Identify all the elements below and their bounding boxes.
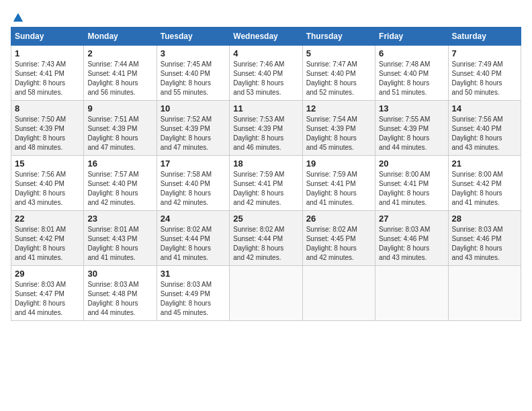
day-number: 13	[379, 103, 444, 113]
day-number: 27	[379, 214, 444, 224]
day-number: 30	[87, 269, 152, 279]
calendar-cell: 29Sunrise: 8:03 AMSunset: 4:47 PMDayligh…	[11, 266, 84, 321]
day-info: Sunrise: 7:48 AMSunset: 4:40 PMDaylight:…	[379, 60, 444, 97]
calendar-header-friday: Friday	[375, 28, 448, 46]
calendar-cell: 5Sunrise: 7:47 AMSunset: 4:40 PMDaylight…	[302, 46, 375, 101]
day-info: Sunrise: 7:56 AMSunset: 4:40 PMDaylight:…	[452, 115, 517, 152]
day-info: Sunrise: 8:02 AMSunset: 4:44 PMDaylight:…	[233, 225, 298, 263]
day-info: Sunrise: 8:03 AMSunset: 4:48 PMDaylight:…	[87, 280, 152, 318]
day-info: Sunrise: 7:43 AMSunset: 4:41 PMDaylight:…	[15, 60, 80, 97]
day-info: Sunrise: 8:02 AMSunset: 4:45 PMDaylight:…	[306, 225, 371, 263]
day-number: 4	[233, 48, 298, 58]
day-number: 24	[161, 214, 226, 224]
calendar-cell: 13Sunrise: 7:55 AMSunset: 4:39 PMDayligh…	[375, 101, 448, 156]
calendar-cell: 14Sunrise: 7:56 AMSunset: 4:40 PMDayligh…	[448, 101, 521, 156]
day-number: 14	[452, 103, 517, 113]
day-number: 31	[161, 269, 226, 279]
calendar-header-row: SundayMondayTuesdayWednesdayThursdayFrid…	[11, 28, 521, 46]
day-number: 26	[306, 214, 371, 224]
calendar-cell: 9Sunrise: 7:51 AMSunset: 4:39 PMDaylight…	[84, 101, 157, 156]
calendar-cell: 22Sunrise: 8:01 AMSunset: 4:42 PMDayligh…	[11, 211, 84, 266]
calendar-cell: 7Sunrise: 7:49 AMSunset: 4:40 PMDaylight…	[448, 46, 521, 101]
day-number: 7	[452, 48, 517, 58]
logo	[11, 11, 24, 20]
page-header	[11, 11, 521, 20]
calendar-cell: 24Sunrise: 8:02 AMSunset: 4:44 PMDayligh…	[157, 211, 229, 266]
day-number: 28	[452, 214, 517, 224]
calendar-cell: 12Sunrise: 7:54 AMSunset: 4:39 PMDayligh…	[302, 101, 375, 156]
calendar-cell: 21Sunrise: 8:00 AMSunset: 4:42 PMDayligh…	[448, 156, 521, 211]
day-number: 3	[161, 48, 226, 58]
day-number: 19	[306, 158, 371, 169]
day-number: 29	[15, 269, 80, 279]
day-info: Sunrise: 7:55 AMSunset: 4:39 PMDaylight:…	[379, 115, 444, 152]
calendar-cell: 30Sunrise: 8:03 AMSunset: 4:48 PMDayligh…	[84, 266, 157, 321]
calendar-week-5: 29Sunrise: 8:03 AMSunset: 4:47 PMDayligh…	[11, 266, 521, 321]
day-info: Sunrise: 7:50 AMSunset: 4:39 PMDaylight:…	[15, 115, 80, 152]
day-number: 12	[306, 103, 371, 113]
day-number: 9	[87, 103, 152, 113]
calendar-cell: 16Sunrise: 7:57 AMSunset: 4:40 PMDayligh…	[84, 156, 157, 211]
day-info: Sunrise: 7:53 AMSunset: 4:39 PMDaylight:…	[233, 115, 298, 152]
day-info: Sunrise: 8:03 AMSunset: 4:47 PMDaylight:…	[15, 280, 80, 318]
day-info: Sunrise: 7:46 AMSunset: 4:40 PMDaylight:…	[233, 60, 298, 97]
calendar-header-sunday: Sunday	[11, 28, 84, 46]
day-number: 25	[233, 214, 298, 224]
day-info: Sunrise: 7:44 AMSunset: 4:41 PMDaylight:…	[87, 60, 152, 97]
day-number: 21	[452, 158, 517, 169]
calendar-cell: 4Sunrise: 7:46 AMSunset: 4:40 PMDaylight…	[230, 46, 302, 101]
calendar-cell: 6Sunrise: 7:48 AMSunset: 4:40 PMDaylight…	[375, 46, 448, 101]
calendar-cell: 10Sunrise: 7:52 AMSunset: 4:39 PMDayligh…	[157, 101, 229, 156]
logo-icon	[12, 11, 24, 23]
day-info: Sunrise: 8:03 AMSunset: 4:49 PMDaylight:…	[161, 280, 226, 318]
day-info: Sunrise: 8:01 AMSunset: 4:43 PMDaylight:…	[87, 225, 152, 263]
calendar-cell: 25Sunrise: 8:02 AMSunset: 4:44 PMDayligh…	[230, 211, 302, 266]
day-info: Sunrise: 7:52 AMSunset: 4:39 PMDaylight:…	[161, 115, 226, 152]
day-info: Sunrise: 8:03 AMSunset: 4:46 PMDaylight:…	[452, 225, 517, 263]
calendar-cell	[448, 266, 521, 321]
calendar-header-thursday: Thursday	[302, 28, 375, 46]
calendar-cell	[302, 266, 375, 321]
calendar-table: SundayMondayTuesdayWednesdayThursdayFrid…	[11, 27, 521, 321]
day-number: 10	[161, 103, 226, 113]
day-number: 22	[15, 214, 80, 224]
calendar-header-tuesday: Tuesday	[157, 28, 229, 46]
calendar-cell	[230, 266, 302, 321]
day-info: Sunrise: 7:58 AMSunset: 4:40 PMDaylight:…	[161, 170, 226, 208]
day-number: 2	[87, 48, 152, 58]
calendar-cell: 23Sunrise: 8:01 AMSunset: 4:43 PMDayligh…	[84, 211, 157, 266]
calendar-cell: 20Sunrise: 8:00 AMSunset: 4:41 PMDayligh…	[375, 156, 448, 211]
day-number: 15	[15, 158, 80, 169]
calendar-cell: 15Sunrise: 7:56 AMSunset: 4:40 PMDayligh…	[11, 156, 84, 211]
calendar-header-saturday: Saturday	[448, 28, 521, 46]
day-info: Sunrise: 8:01 AMSunset: 4:42 PMDaylight:…	[15, 225, 80, 263]
day-number: 18	[233, 158, 298, 169]
day-info: Sunrise: 7:59 AMSunset: 4:41 PMDaylight:…	[233, 170, 298, 208]
day-number: 5	[306, 48, 371, 58]
calendar-cell: 2Sunrise: 7:44 AMSunset: 4:41 PMDaylight…	[84, 46, 157, 101]
calendar-week-2: 8Sunrise: 7:50 AMSunset: 4:39 PMDaylight…	[11, 101, 521, 156]
day-info: Sunrise: 7:54 AMSunset: 4:39 PMDaylight:…	[306, 115, 371, 152]
calendar-week-1: 1Sunrise: 7:43 AMSunset: 4:41 PMDaylight…	[11, 46, 521, 101]
day-info: Sunrise: 7:51 AMSunset: 4:39 PMDaylight:…	[87, 115, 152, 152]
day-info: Sunrise: 8:00 AMSunset: 4:42 PMDaylight:…	[452, 170, 517, 208]
day-info: Sunrise: 8:00 AMSunset: 4:41 PMDaylight:…	[379, 170, 444, 208]
calendar-cell: 28Sunrise: 8:03 AMSunset: 4:46 PMDayligh…	[448, 211, 521, 266]
day-number: 20	[379, 158, 444, 169]
calendar-cell: 8Sunrise: 7:50 AMSunset: 4:39 PMDaylight…	[11, 101, 84, 156]
day-number: 11	[233, 103, 298, 113]
calendar-cell: 19Sunrise: 7:59 AMSunset: 4:41 PMDayligh…	[302, 156, 375, 211]
calendar-body: 1Sunrise: 7:43 AMSunset: 4:41 PMDaylight…	[11, 46, 521, 321]
calendar-cell: 1Sunrise: 7:43 AMSunset: 4:41 PMDaylight…	[11, 46, 84, 101]
day-info: Sunrise: 8:02 AMSunset: 4:44 PMDaylight:…	[161, 225, 226, 263]
calendar-week-3: 15Sunrise: 7:56 AMSunset: 4:40 PMDayligh…	[11, 156, 521, 211]
day-number: 16	[87, 158, 152, 169]
day-info: Sunrise: 7:49 AMSunset: 4:40 PMDaylight:…	[452, 60, 517, 97]
calendar-cell: 31Sunrise: 8:03 AMSunset: 4:49 PMDayligh…	[157, 266, 229, 321]
calendar-header-wednesday: Wednesday	[230, 28, 302, 46]
calendar-cell: 3Sunrise: 7:45 AMSunset: 4:40 PMDaylight…	[157, 46, 229, 101]
calendar-header-monday: Monday	[84, 28, 157, 46]
day-info: Sunrise: 7:59 AMSunset: 4:41 PMDaylight:…	[306, 170, 371, 208]
day-number: 1	[15, 48, 80, 58]
day-info: Sunrise: 7:47 AMSunset: 4:40 PMDaylight:…	[306, 60, 371, 97]
